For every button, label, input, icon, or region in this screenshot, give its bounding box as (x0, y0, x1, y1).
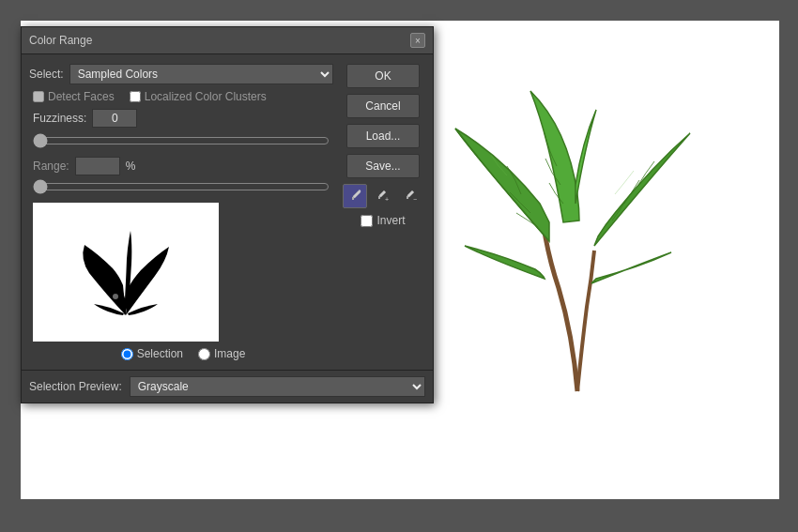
range-row: Range: % (29, 157, 333, 175)
image-radio[interactable] (198, 348, 210, 360)
selection-preview-label: Selection Preview: (29, 380, 122, 393)
eyedropper-minus-tool-button[interactable]: − (399, 184, 423, 208)
detect-faces-checkbox-label[interactable]: Detect Faces (33, 90, 115, 103)
localized-clusters-checkbox-label[interactable]: Localized Color Clusters (130, 90, 267, 103)
select-row: Select: Sampled Colors Reds Yellows Gree… (29, 64, 333, 84)
svg-rect-0 (33, 203, 219, 342)
invert-checkbox-label[interactable]: Invert (361, 214, 405, 227)
preview-select[interactable]: Grayscale Black Matte White Matte Quick … (130, 376, 425, 397)
save-button[interactable]: Save... (346, 154, 420, 178)
close-button[interactable]: × (410, 33, 425, 48)
radio-row: Selection Image (29, 347, 333, 360)
svg-rect-3 (378, 196, 380, 199)
load-button[interactable]: Load... (346, 124, 420, 148)
detect-faces-label: Detect Faces (48, 90, 115, 103)
preview-box (33, 203, 219, 342)
fuzziness-input[interactable] (92, 109, 137, 128)
detect-faces-checkbox[interactable] (33, 91, 44, 102)
image-label: Image (214, 347, 245, 360)
select-dropdown[interactable]: Sampled Colors Reds Yellows Greens Cyans… (69, 64, 333, 84)
checkboxes-row: Detect Faces Localized Color Clusters (29, 90, 333, 103)
range-slider[interactable] (33, 179, 330, 194)
eyedropper-tools-row: + − (343, 184, 423, 208)
localized-clusters-label: Localized Color Clusters (145, 90, 267, 103)
range-input[interactable] (75, 157, 120, 175)
invert-checkbox[interactable] (361, 215, 373, 227)
svg-point-1 (113, 294, 118, 299)
eyedropper-tool-button[interactable] (343, 184, 367, 208)
eyedropper-minus-icon: − (404, 189, 419, 204)
selection-radio[interactable] (121, 348, 133, 360)
select-label: Select: (29, 68, 64, 81)
eyedropper-plus-icon: + (376, 189, 391, 204)
right-panel: OK Cancel Load... Save... + (341, 64, 425, 360)
eyedropper-plus-tool-button[interactable]: + (371, 184, 395, 208)
percent-label: % (126, 160, 136, 173)
fuzziness-slider[interactable] (33, 133, 330, 148)
color-range-dialog: Color Range × Select: Sampled Colors Red… (21, 26, 434, 403)
selection-label: Selection (137, 347, 183, 360)
range-label: Range: (33, 160, 69, 173)
eyedropper-icon (347, 189, 362, 204)
image-radio-label[interactable]: Image (198, 347, 245, 360)
bottom-bar: Selection Preview: Grayscale Black Matte… (22, 370, 433, 403)
fuzziness-label: Fuzziness: (33, 112, 86, 125)
svg-text:+: + (385, 196, 389, 203)
svg-rect-5 (407, 196, 408, 199)
localized-clusters-checkbox[interactable] (130, 91, 141, 102)
svg-text:−: − (413, 196, 417, 203)
fuzziness-slider-container (29, 133, 333, 151)
ok-button[interactable]: OK (346, 64, 420, 88)
selection-radio-label[interactable]: Selection (121, 347, 183, 360)
range-slider-container (29, 179, 333, 197)
dialog-titlebar: Color Range × (22, 27, 433, 54)
invert-label: Invert (376, 214, 405, 227)
left-panel: Select: Sampled Colors Reds Yellows Gree… (29, 64, 333, 360)
dialog-body: Select: Sampled Colors Reds Yellows Gree… (22, 54, 433, 370)
fuzziness-row: Fuzziness: (29, 109, 333, 128)
dialog-title: Color Range (29, 34, 92, 47)
svg-rect-2 (352, 197, 354, 200)
close-icon: × (415, 36, 421, 46)
cancel-button[interactable]: Cancel (346, 94, 420, 118)
selection-preview-svg (33, 203, 219, 342)
plant-image (427, 72, 728, 429)
